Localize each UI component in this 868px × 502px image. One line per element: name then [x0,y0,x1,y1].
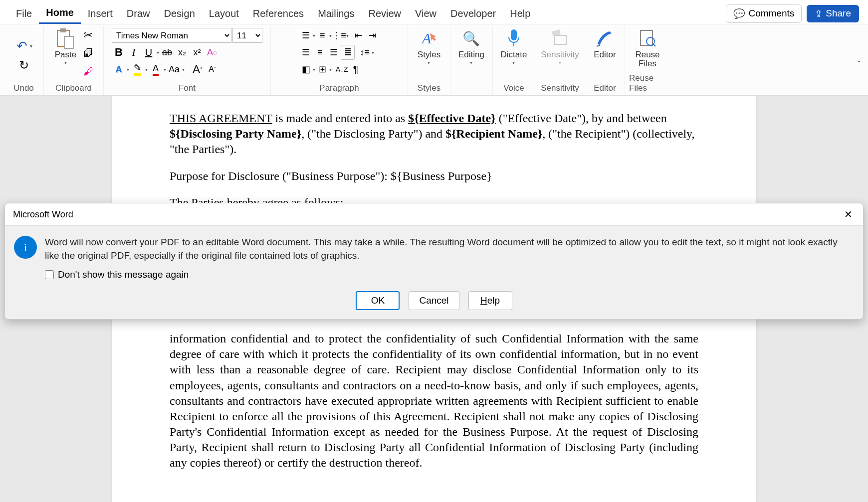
multilevel-button[interactable]: ⋮≡ [332,28,346,43]
editing-button[interactable]: 🔍 Editing ▾ [455,27,487,66]
bullets-button[interactable]: ☰ [299,28,313,43]
decrease-indent-button[interactable]: ⇤ [352,28,366,43]
bold-button[interactable]: B [112,45,126,60]
help-button[interactable]: Help [468,291,512,310]
reuse-label-2: Files [639,59,656,69]
dictate-button[interactable]: Dictate ▾ [498,27,530,66]
doc-paragraph-4[interactable]: information confidential and to protect … [170,331,698,471]
paste-button[interactable]: Paste ▾ [52,27,79,66]
editor-button[interactable]: Editor [591,27,619,61]
dialog-titlebar: Microsoft Word ✕ [5,203,863,226]
increase-indent-button[interactable]: ⇥ [366,28,380,43]
group-label-undo: Undo [8,81,39,94]
underline-dropdown[interactable]: ▾ [157,50,159,55]
collapse-ribbon-button[interactable]: ⌄ [856,56,862,64]
sensitivity-icon [550,28,571,49]
shrink-font-button[interactable]: A˅ [206,62,219,77]
clear-formatting-button[interactable]: A◇ [205,45,219,60]
editor-icon [594,28,615,49]
dictate-dropdown[interactable]: ▾ [512,60,515,65]
svg-line-11 [653,44,655,46]
copy-button[interactable]: 🗐 [81,46,95,61]
tab-home[interactable]: Home [39,3,81,24]
share-icon: ⇪ [815,8,823,19]
align-center-button[interactable]: ≡ [313,45,327,60]
sensitivity-button[interactable]: Sensitivity ▾ [538,27,582,66]
tab-layout[interactable]: Layout [202,4,246,23]
borders-dropdown[interactable]: ▾ [329,67,332,72]
svg-line-8 [597,45,600,46]
cancel-button[interactable]: Cancel [409,291,459,310]
format-painter-button[interactable]: 🖌 [81,64,95,79]
tab-view[interactable]: View [408,4,443,23]
text-effects-button[interactable]: A [112,62,126,77]
strikethrough-button[interactable]: ab [160,45,174,60]
group-editor: Editor Editor [585,26,625,95]
reuse-files-icon [637,28,658,49]
font-name-select[interactable]: Times New Roman [112,28,231,43]
align-right-button[interactable]: ☰ [327,45,341,60]
font-color-button[interactable]: A [149,62,163,77]
show-formatting-button[interactable]: ¶ [349,62,363,77]
subscript-button[interactable]: x₂ [175,45,189,60]
tab-review[interactable]: Review [361,4,408,23]
shading-button[interactable]: ◧ [299,62,313,77]
doc-placeholder: ${Recipient Name} [445,127,542,140]
styles-button[interactable]: A Styles ▾ [415,27,443,66]
align-justify-button[interactable]: ≣ [341,45,355,60]
tab-help[interactable]: Help [503,4,537,23]
comments-button[interactable]: 💬 Comments [726,4,802,23]
ribbon-tabs: File Home Insert Draw Design Layout Refe… [0,0,868,24]
doc-paragraph-1[interactable]: THIS AGREEMENT is made and entered into … [170,111,698,158]
group-label-paragraph: Paragraph [275,81,404,94]
text-effects-dropdown[interactable]: ▾ [127,67,129,72]
highlight-dropdown[interactable]: ▾ [145,67,148,72]
align-left-button[interactable]: ☰ [299,45,313,60]
undo-button[interactable]: ↶ [15,39,29,54]
sensitivity-label: Sensitivity [541,50,579,60]
comments-label: Comments [748,8,794,19]
font-color-dropdown[interactable]: ▾ [164,67,166,72]
superscript-button[interactable]: x² [190,45,204,60]
reuse-files-button[interactable]: Reuse Files [632,27,662,70]
sensitivity-dropdown[interactable]: ▾ [559,60,561,65]
sort-button[interactable]: A↓Z [335,62,349,77]
doc-text: is made and entered into as [272,112,409,125]
styles-dropdown[interactable]: ▾ [428,60,430,65]
group-clipboard: Paste ▾ ✂ 🗐 🖌 Clipboard [44,26,104,95]
tab-design[interactable]: Design [157,4,202,23]
tab-mailings[interactable]: Mailings [311,4,361,23]
dialog-close-button[interactable]: ✕ [841,207,855,221]
doc-text: THIS AGREEMENT [170,112,272,125]
share-button[interactable]: ⇪ Share [807,5,859,22]
case-dropdown[interactable]: ▾ [182,67,185,72]
change-case-button[interactable]: Aa [167,62,181,77]
redo-button[interactable]: ↻ [17,58,31,73]
tab-references[interactable]: References [246,4,311,23]
highlight-button[interactable]: ✎ [130,62,144,77]
spacing-dropdown[interactable]: ▾ [372,50,374,55]
editing-dropdown[interactable]: ▾ [470,60,472,65]
font-size-select[interactable]: 11 [232,28,262,43]
cut-button[interactable]: ✂ [81,28,95,43]
italic-button[interactable]: I [127,45,141,60]
borders-button[interactable]: ⊞ [315,62,329,77]
numbering-button[interactable]: ≡ [315,28,329,43]
styles-label: Styles [418,50,440,60]
dont-show-checkbox[interactable] [45,270,54,279]
underline-button[interactable]: U [142,45,156,60]
multilevel-dropdown[interactable]: ▾ [346,33,349,38]
line-spacing-button[interactable]: ↕≡ [358,45,372,60]
doc-placeholder: ${Disclosing Party Name} [170,127,301,140]
paste-dropdown[interactable]: ▾ [64,60,67,65]
grow-font-button[interactable]: A˄ [191,62,205,77]
tab-insert[interactable]: Insert [81,4,120,23]
tab-draw[interactable]: Draw [120,4,157,23]
undo-dropdown[interactable]: ▾ [30,43,32,49]
ok-button[interactable]: OK [356,291,400,310]
doc-paragraph-2[interactable]: Purpose for Disclosure ("Business Purpos… [170,168,698,184]
svg-text:A: A [421,30,432,46]
tab-developer[interactable]: Developer [443,4,503,23]
share-label: Share [826,8,851,19]
tab-file[interactable]: File [9,4,39,23]
